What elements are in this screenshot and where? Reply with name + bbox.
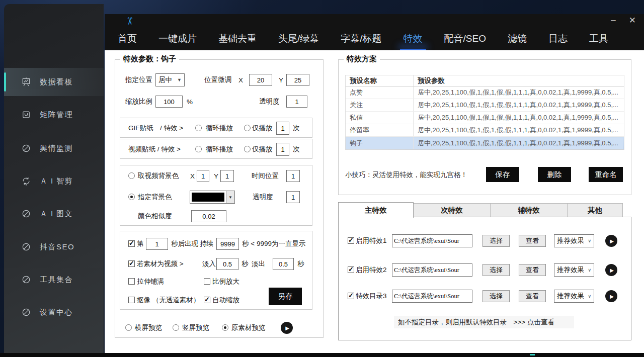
table-row[interactable]: 停留率 居中,20,25,1,100,假,1,假,1,假,假,1,1,1,真,0…: [346, 124, 624, 137]
scale-input[interactable]: 100: [155, 96, 183, 108]
nav-item-tools[interactable]: 工具: [589, 27, 608, 50]
portrait-preview-radio[interactable]: [173, 324, 179, 331]
table-row-selected[interactable]: 钩子 居中,20,25,1,100,假,1,假,1,假,假,1,1,1,真,0,…: [346, 137, 624, 149]
table-row[interactable]: 私信 居中,20,25,1,100,假,1,假,1,假,假,1,1,1,真,0,…: [346, 112, 624, 124]
sidebar-item-toolbox[interactable]: 工具集合: [4, 265, 104, 294]
position-select[interactable]: 居中▼: [155, 73, 185, 86]
nav-item-subtitle[interactable]: 字幕/标题: [341, 27, 381, 50]
nav-item-one-click[interactable]: 一键成片: [158, 27, 197, 50]
rename-button[interactable]: 重命名: [589, 167, 623, 182]
sidebar-item-douyin-seo[interactable]: 抖音SEO: [4, 233, 104, 261]
gif-count-input[interactable]: 1: [276, 122, 289, 135]
effect2-path-input[interactable]: C:\代运营系统\exui\Sour: [392, 263, 472, 277]
original-preview-radio[interactable]: [222, 324, 228, 331]
tab-main-effect[interactable]: 主特效: [338, 202, 414, 218]
app-window: 数据看板 矩阵管理 舆情监测 ＡＩ智剪 ＡＩ图文 抖音SEO 工具集合 设置中: [0, 0, 644, 357]
save-button[interactable]: 保存: [486, 167, 519, 182]
fade-in-input[interactable]: 0.5: [216, 258, 238, 270]
gif-once-radio[interactable]: [244, 125, 251, 131]
minimize-button[interactable]: –: [611, 15, 615, 26]
delete-button[interactable]: 删除: [538, 167, 571, 182]
sidebar-item-label: 舆情监测: [40, 144, 73, 153]
offset-y-input[interactable]: 25: [286, 74, 309, 86]
effect-dir3-checkbox[interactable]: [348, 293, 354, 299]
chevron-down-icon: ▼: [226, 191, 234, 203]
stretch-checkbox[interactable]: [128, 278, 135, 285]
sidebar-item-settings[interactable]: 设置中心: [4, 298, 104, 326]
similarity-input[interactable]: 0.02: [191, 210, 226, 222]
enable-effect2-checkbox[interactable]: [348, 266, 354, 273]
sidebar-item-ai-cut[interactable]: ＡＩ智剪: [4, 167, 104, 195]
assign-bg-radio[interactable]: [128, 194, 135, 200]
preview-play-button[interactable]: ▶: [281, 322, 293, 334]
video-count-input[interactable]: 1: [276, 143, 289, 156]
sidebar-item-dashboard[interactable]: 数据看板: [4, 68, 104, 96]
enable-effect2-label: 启用特效2: [356, 265, 387, 275]
scale-label: 缩放比例: [125, 97, 152, 106]
similarity-label: 颜色相似度: [138, 212, 172, 221]
effect2-view-button[interactable]: 查看: [519, 264, 546, 276]
slash-circle-icon: [21, 143, 31, 153]
tab-other[interactable]: 其他: [568, 203, 623, 217]
appear-checkbox[interactable]: [128, 240, 135, 247]
bg-opacity-input[interactable]: 1: [286, 191, 300, 203]
zoom-checkbox[interactable]: [204, 278, 210, 285]
effect1-view-button[interactable]: 查看: [519, 235, 546, 247]
bg-y-input[interactable]: 1: [220, 170, 234, 182]
fade-out-input[interactable]: 0.5: [273, 258, 294, 270]
duration-input[interactable]: 9999: [216, 238, 239, 250]
enable-effect1-checkbox[interactable]: [348, 237, 354, 244]
effect2-play-button[interactable]: ▶: [605, 264, 617, 276]
sidebar-item-matrix[interactable]: 矩阵管理: [4, 101, 104, 129]
tab-secondary-effect[interactable]: 次特效: [414, 203, 491, 217]
chevron-down-icon: ∨: [588, 294, 591, 299]
autoscale-checkbox[interactable]: [204, 297, 210, 303]
nav-item-dubbing-seo[interactable]: 配音/SEO: [444, 27, 486, 50]
effect2-select-button[interactable]: 选择: [482, 264, 510, 276]
landscape-preview-radio[interactable]: [125, 324, 132, 331]
effect1-preset-select[interactable]: 推荐效果∨: [554, 234, 594, 247]
opacity-label: 透明度: [259, 97, 280, 106]
sidebar-item-label: 数据看板: [40, 77, 73, 87]
close-button[interactable]: ✕: [629, 15, 636, 26]
effect3-select-button[interactable]: 选择: [482, 290, 510, 302]
effect2-preset-select[interactable]: 推荐效果∨: [554, 263, 594, 277]
effect3-path-input[interactable]: C:\代运营系统\exui\Sour: [392, 290, 472, 303]
timing-section: 第 1 秒后出现 持续 9999 秒 < 9999为一直显示 若素材为视频 > …: [120, 231, 312, 310]
effect3-play-button[interactable]: ▶: [605, 290, 617, 302]
bg-x-input[interactable]: 1: [197, 170, 209, 182]
tab-auxiliary-effect[interactable]: 辅特效: [491, 203, 568, 217]
sidebar-item-ai-graphic[interactable]: ＡＩ图文: [4, 200, 104, 228]
effect1-select-button[interactable]: 选择: [482, 235, 510, 247]
table-row[interactable]: 点赞 居中,20,25,1,100,假,1,假,1,假,假,1,1,1,真,0,…: [346, 86, 624, 99]
nav-item-dedup[interactable]: 基础去重: [218, 27, 257, 50]
bg-color-dropdown[interactable]: ▼: [190, 191, 235, 204]
if-video-checkbox[interactable]: [128, 260, 135, 267]
appear-seconds-input[interactable]: 1: [146, 238, 168, 250]
table-row[interactable]: 关注 居中,20,25,1,100,假,1,假,1,假,假,1,1,1,真,0,…: [346, 99, 624, 112]
video-loop-radio[interactable]: [195, 146, 202, 152]
effect1-play-button[interactable]: ▶: [605, 235, 617, 247]
opacity-input[interactable]: 1: [286, 96, 307, 108]
nav-items: 首页 一键成片 基础去重 头尾/绿幕 字幕/标题 特效 配音/SEO 滤镜 日志…: [118, 27, 608, 50]
effect3-view-button[interactable]: 查看: [519, 290, 546, 302]
click-view-link[interactable]: >>> 点击查看: [514, 318, 554, 327]
offset-x-input[interactable]: 20: [249, 74, 272, 86]
gif-loop-radio[interactable]: [195, 125, 202, 131]
sidebar-item-sentiment[interactable]: 舆情监测: [4, 134, 104, 162]
video-once-radio[interactable]: [244, 146, 251, 152]
nav-item-home[interactable]: 首页: [118, 27, 137, 50]
nav-item-head-tail[interactable]: 头尾/绿幕: [278, 27, 319, 50]
video-bg-radio[interactable]: [128, 172, 135, 179]
bg-opacity-label: 透明度: [253, 193, 273, 202]
stretch-label: 拉伸铺满: [137, 277, 164, 286]
teal-indicator: [530, 354, 535, 355]
time-position-input[interactable]: 1: [286, 170, 300, 182]
nav-item-effects[interactable]: 特效: [404, 27, 423, 50]
nav-item-log[interactable]: 日志: [548, 27, 568, 50]
effect3-preset-select[interactable]: 推荐效果∨: [554, 290, 594, 303]
nav-item-filter[interactable]: 滤镜: [508, 27, 527, 50]
effect1-path-input[interactable]: C:\代运营系统\exui\Sour: [392, 234, 472, 247]
matte-checkbox[interactable]: [128, 297, 135, 303]
save-as-button[interactable]: 另存: [269, 288, 302, 305]
